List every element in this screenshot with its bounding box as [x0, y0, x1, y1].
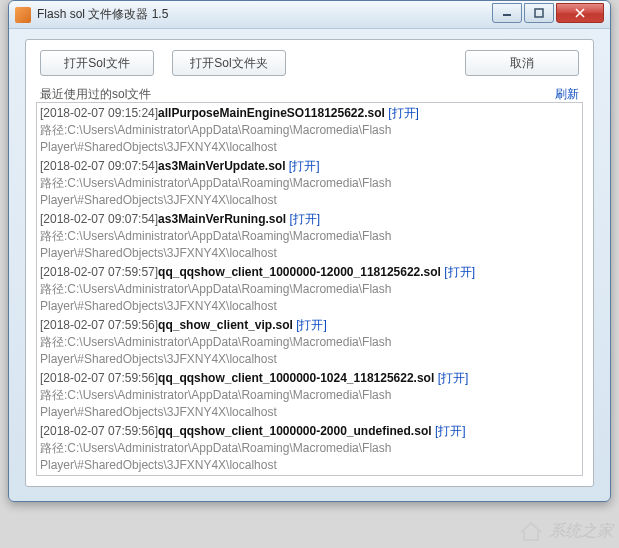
app-window: Flash sol 文件修改器 1.5 打开Sol文件 打开Sol文件夹 取消 … [8, 0, 611, 502]
open-link[interactable]: [打开] [435, 424, 466, 438]
entry-path: 路径:C:\Users\Administrator\AppData\Roamin… [40, 228, 579, 262]
maximize-button[interactable] [524, 3, 554, 23]
list-item: [2018-02-07 07:59:57]qq_qqshow_client_10… [40, 263, 579, 316]
entry-timestamp: [2018-02-07 09:07:54] [40, 212, 158, 226]
entry-timestamp: [2018-02-07 07:59:56] [40, 371, 158, 385]
entry-filename: qq_qqshow_client_1000000-2000_undefined.… [158, 424, 431, 438]
app-icon [15, 7, 31, 23]
list-item: [2018-02-07 07:59:56]qq_qqshow_client_10… [40, 369, 579, 422]
entry-timestamp: [2018-02-07 07:59:57] [40, 265, 158, 279]
entry-filename: allPurposeMainEngineSO118125622.sol [158, 106, 385, 120]
entry-filename: qq_qqshow_client_1000000-12000_118125622… [158, 265, 441, 279]
section-title: 最近使用过的sol文件 [40, 86, 555, 103]
recent-files-list[interactable]: [2018-02-07 09:15:24]allPurposeMainEngin… [36, 102, 583, 476]
open-sol-folder-button[interactable]: 打开Sol文件夹 [172, 50, 286, 76]
entry-path: 路径:C:\Users\Administrator\AppData\Roamin… [40, 334, 579, 368]
main-panel: 打开Sol文件 打开Sol文件夹 取消 最近使用过的sol文件 刷新 [2018… [25, 39, 594, 487]
entry-timestamp: [2018-02-07 07:59:56] [40, 424, 158, 438]
maximize-icon [534, 8, 544, 18]
open-link[interactable]: [打开] [444, 265, 475, 279]
titlebar[interactable]: Flash sol 文件修改器 1.5 [9, 1, 610, 29]
list-item: [2018-02-07 09:07:54]as3MainVerUpdate.so… [40, 157, 579, 210]
toolbar-spacer [304, 50, 447, 76]
entry-path: 路径:C:\Users\Administrator\AppData\Roamin… [40, 440, 579, 474]
window-controls [492, 3, 604, 23]
entry-filename: as3MainVerRuning.sol [158, 212, 286, 226]
watermark: 系统之家 [517, 520, 613, 542]
entry-path: 路径:C:\Users\Administrator\AppData\Roamin… [40, 387, 579, 421]
entry-timestamp: [2018-02-07 07:59:56] [40, 318, 158, 332]
entry-filename: qq_show_client_vip.sol [158, 318, 293, 332]
entry-filename: qq_qqshow_client_1000000-1024_118125622.… [158, 371, 434, 385]
window-title: Flash sol 文件修改器 1.5 [37, 6, 492, 23]
entry-path: 路径:C:\Users\Administrator\AppData\Roamin… [40, 175, 579, 209]
close-icon [575, 8, 585, 18]
open-link[interactable]: [打开] [289, 159, 320, 173]
open-sol-file-button[interactable]: 打开Sol文件 [40, 50, 154, 76]
watermark-icon [517, 520, 545, 542]
list-item: [2018-02-07 07:59:56]qq_show_client_vip.… [40, 316, 579, 369]
open-link[interactable]: [打开] [296, 318, 327, 332]
svg-rect-1 [535, 9, 543, 17]
close-button[interactable] [556, 3, 604, 23]
open-link[interactable]: [打开] [290, 212, 321, 226]
entry-path: 路径:C:\Users\Administrator\AppData\Roamin… [40, 281, 579, 315]
list-item: [2018-02-07 07:59:56]qq_qqshow_client_10… [40, 422, 579, 475]
open-link[interactable]: [打开] [438, 371, 469, 385]
refresh-link[interactable]: 刷新 [555, 86, 579, 103]
entry-timestamp: [2018-02-07 09:15:24] [40, 106, 158, 120]
open-link[interactable]: [打开] [388, 106, 419, 120]
watermark-text: 系统之家 [549, 521, 613, 542]
list-item: [2018-02-07 09:15:24]allPurposeMainEngin… [40, 104, 579, 157]
list-item: [2018-02-07 09:07:54]as3MainVerRuning.so… [40, 210, 579, 263]
minimize-button[interactable] [492, 3, 522, 23]
entry-timestamp: [2018-02-07 09:07:54] [40, 159, 158, 173]
entry-filename: as3MainVerUpdate.sol [158, 159, 285, 173]
cancel-button[interactable]: 取消 [465, 50, 579, 76]
entry-path: 路径:C:\Users\Administrator\AppData\Roamin… [40, 122, 579, 156]
minimize-icon [502, 8, 512, 18]
toolbar: 打开Sol文件 打开Sol文件夹 取消 [26, 40, 593, 84]
